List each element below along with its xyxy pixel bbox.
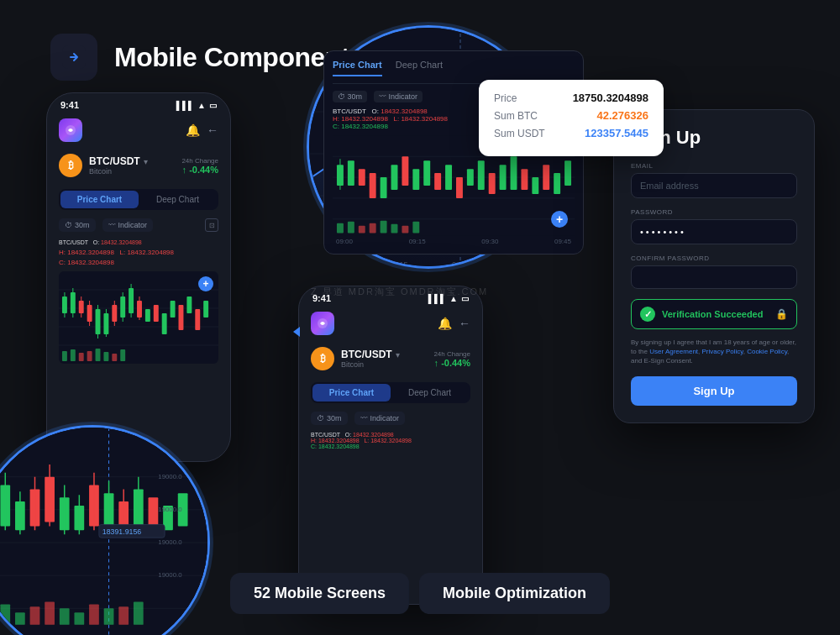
indicator-label: Indicator	[118, 221, 148, 229]
middle-pair-info: ₿ BTC/USDT ▾ Bitcoin	[311, 347, 400, 370]
main-chart-add-btn[interactable]: +	[551, 211, 568, 228]
btc-icon: ₿	[59, 154, 82, 177]
tab-deep-chart[interactable]: Deep Chart	[139, 191, 217, 208]
svg-rect-36	[79, 353, 84, 361]
add-indicator-btn[interactable]: +	[198, 276, 213, 291]
ohlc-line-2: H: 18432.3204898 L: 18432.3204898	[59, 248, 218, 258]
middle-clock-icon: ⏱	[317, 414, 324, 422]
terms-text: By signing up I agree that I am 18 years…	[631, 338, 797, 366]
svg-rect-38	[96, 349, 101, 361]
svg-rect-137	[445, 165, 452, 190]
time-axis: 09:00 09:15 09:30 09:45	[333, 238, 575, 245]
ohlc-line-1: BTC/USDT O: 18432.3204898	[59, 239, 218, 248]
svg-text:19000.0: 19000.0	[158, 571, 182, 579]
middle-time-selector[interactable]: ⏱ 30m	[311, 412, 348, 425]
middle-ohlc-2: H: 18432.3204898 L: 18432.3204898	[311, 438, 470, 443]
svg-rect-151	[359, 226, 365, 234]
password-label: PASSWORD	[631, 208, 797, 216]
svg-rect-134	[412, 169, 419, 190]
svg-rect-41	[120, 349, 125, 361]
main-tab-deep[interactable]: Deep Chart	[396, 60, 443, 76]
middle-pair-details: BTC/USDT ▾ Bitcoin	[341, 349, 400, 369]
bell-icon[interactable]: 🔔	[186, 123, 200, 137]
signup-button[interactable]: Sign Up	[631, 376, 797, 406]
top-bar-right-icons: 🔔 ←	[186, 123, 218, 137]
svg-rect-141	[489, 173, 496, 194]
middle-tab-deep[interactable]: Deep Chart	[391, 384, 469, 401]
svg-rect-136	[434, 173, 441, 190]
svg-rect-27	[154, 305, 159, 322]
shield-icon: 🔒	[775, 308, 788, 320]
svg-rect-139	[467, 169, 474, 186]
email-field: EMAIL Email address	[631, 162, 797, 198]
status-time: 9:41	[60, 100, 79, 110]
clock-icon: ⏱	[65, 221, 72, 229]
svg-rect-147	[554, 173, 560, 194]
battery-icon: ▭	[209, 101, 217, 110]
wifi-icon: ▲	[197, 101, 206, 110]
cookie-link[interactable]: Cookie Policy	[747, 348, 787, 355]
svg-rect-34	[62, 351, 67, 361]
privacy-link[interactable]: Privacy Policy	[702, 348, 743, 355]
svg-rect-133	[402, 156, 408, 186]
svg-rect-71	[149, 497, 159, 526]
svg-rect-154	[391, 224, 398, 234]
svg-rect-146	[543, 165, 549, 190]
middle-change-value: ↑ -0.44%	[433, 358, 470, 368]
main-time-ctrl[interactable]: ⏱ 30m	[333, 91, 367, 102]
svg-rect-142	[500, 165, 507, 190]
status-bar: 9:41 ▌▌▌ ▲ ▭	[47, 93, 230, 113]
email-label: EMAIL	[631, 162, 797, 170]
middle-ohlc-3: C: 18432.3204898	[311, 443, 470, 449]
svg-rect-132	[391, 165, 398, 190]
svg-rect-26	[145, 309, 150, 322]
tooltip-price-label: Price	[494, 92, 517, 104]
svg-rect-40	[112, 354, 117, 361]
svg-rect-140	[478, 160, 485, 190]
signup-panel: Sign Up EMAIL Email address PASSWORD •••…	[613, 109, 815, 423]
svg-rect-149	[337, 223, 344, 234]
pair-dropdown-icon[interactable]: ▾	[144, 157, 148, 166]
tooltip-usdt-value: 123357.5445	[585, 127, 648, 139]
svg-rect-82	[104, 608, 114, 625]
svg-text:09:00: 09:00	[326, 260, 345, 269]
svg-text:18391.9156: 18391.9156	[102, 527, 142, 536]
middle-back-icon[interactable]: ←	[459, 317, 470, 330]
expand-btn[interactable]: ⊡	[205, 218, 218, 232]
svg-rect-75	[0, 604, 10, 624]
svg-rect-30	[179, 305, 184, 330]
middle-tabs: Price Chart Deep Chart	[311, 382, 470, 403]
expand-icon: ⊡	[209, 222, 215, 229]
ohlc-data: BTC/USDT O: 18432.3204898 H: 18432.32048…	[47, 235, 230, 271]
middle-tab-price[interactable]: Price Chart	[312, 384, 391, 401]
password-input[interactable]: ••••••••	[631, 219, 797, 244]
tab-price-chart[interactable]: Price Chart	[60, 191, 139, 208]
middle-pair-name: BTC/USDT	[341, 349, 392, 360]
middle-dropdown-icon[interactable]: ▾	[396, 350, 400, 359]
middle-btc-icon: ₿	[311, 347, 334, 370]
indicator-btn[interactable]: 〰 Indicator	[102, 218, 154, 232]
svg-rect-128	[348, 160, 354, 186]
svg-rect-153	[381, 221, 387, 234]
main-tab-price[interactable]: Price Chart	[333, 60, 382, 76]
email-input[interactable]: Email address	[631, 173, 797, 198]
check-icon: ✓	[640, 307, 655, 322]
middle-indicator-btn[interactable]: 〰 Indicator	[354, 412, 406, 425]
main-indicator-ctrl[interactable]: 〰 Indicator	[374, 91, 423, 102]
tooltip-btc-label: Sum BTC	[494, 110, 538, 122]
svg-rect-152	[370, 223, 376, 234]
header: Mobile Components	[50, 34, 364, 81]
change-badge: 24h Change ↑ -0.44%	[181, 157, 218, 175]
middle-bell-icon[interactable]: 🔔	[438, 317, 452, 330]
optimization-badge: Mobile Optimization	[419, 573, 610, 614]
watermark: Z 早道 MDR淘宝 OMDR淘宝.COM	[311, 286, 488, 298]
middle-app-logo	[311, 312, 334, 335]
user-agreement-link[interactable]: User Agreement	[649, 348, 698, 355]
middle-coin-name: Bitcoin	[341, 360, 400, 369]
tooltip-price-value: 18750.3204898	[573, 92, 648, 104]
time-selector[interactable]: ⏱ 30m	[59, 218, 96, 232]
back-icon[interactable]: ←	[207, 123, 218, 137]
svg-rect-77	[30, 606, 40, 625]
confirm-input[interactable]	[631, 265, 797, 289]
tooltip-usdt-label: Sum USDT	[494, 128, 545, 139]
